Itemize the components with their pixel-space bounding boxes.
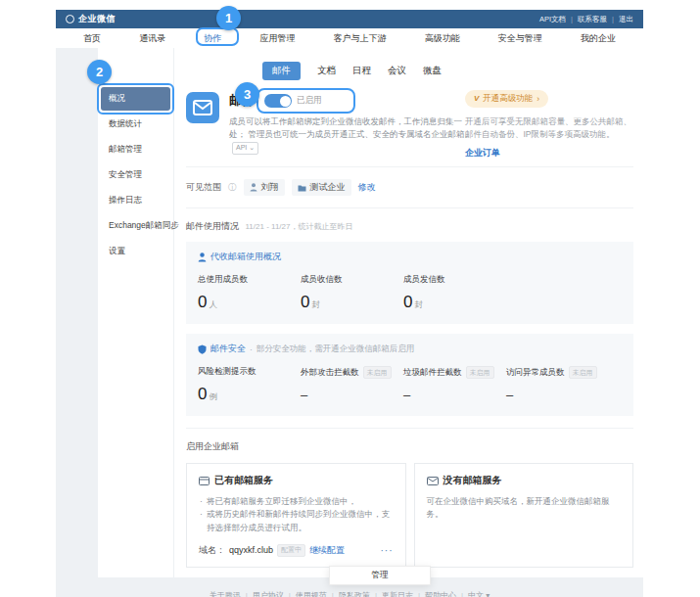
tab-mail[interactable]: 邮件 <box>262 62 301 80</box>
footer-link-help[interactable]: 帮助中心 <box>425 590 456 597</box>
continue-config-link[interactable]: 继续配置 <box>309 544 345 557</box>
upgrade-premium-button[interactable]: V 开通高级功能 › <box>465 90 548 108</box>
toggle-annotation-target: 已启用 <box>262 93 324 109</box>
shield-icon <box>198 344 207 354</box>
enable-mailbox-title: 启用企业邮箱 <box>186 440 633 453</box>
language-switcher[interactable]: 中文 ▾ <box>468 590 490 597</box>
premium-description: 开通后可享受无限邮箱容量、更多公共邮箱、邮件自动备份、IP限制等多项高级功能。 <box>465 115 635 141</box>
mail-enabled-toggle[interactable] <box>264 94 292 108</box>
stat-value: 0 <box>198 293 207 311</box>
tab-meeting[interactable]: 会议 <box>388 62 406 80</box>
stat-value: 0 <box>301 293 309 311</box>
new-mailbox-icon <box>427 477 439 485</box>
no-mailbox-service-card: 没有邮箱服务 可在企业微信中购买域名，新开通企业微信邮箱服务。 <box>414 463 634 568</box>
annotation-step-3-badge: 3 <box>235 82 259 107</box>
tab-calendar[interactable]: 日程 <box>352 62 371 80</box>
stat-label: 成员发信数 <box>403 274 445 286</box>
domain-label: 域名： <box>199 544 225 557</box>
stat-value: – <box>506 388 609 402</box>
mailbox-service-cards: 已有邮箱服务 将已有邮箱服务立即迁移到企业微信中， 或将历史邮件和新邮件持续同步… <box>186 463 633 568</box>
caret-down-icon: ▾ <box>486 591 490 597</box>
stat-spam-blocked: 垃圾邮件拦截数未启用 – <box>403 366 506 404</box>
mail-info: 邮件 已启用 成员可以将工作邮箱绑定到企业微信收发邮件，工作消息归集一处； 管理… <box>229 92 476 155</box>
mail-description: 成员可以将工作邮箱绑定到企业微信收发邮件，工作消息归集一处； 管理员也可统一为成… <box>229 115 476 155</box>
nav-item-contacts[interactable]: 通讯录 <box>139 32 165 45</box>
stat-total-members: 总使用成员数 0人 <box>198 274 301 312</box>
sidebar: 概况 数据统计 邮箱管理 安全管理 操作日志 Exchange邮箱同步 设置 <box>98 48 174 577</box>
premium-promo: V 开通高级功能 › 开通后可享受无限邮箱容量、更多公共邮箱、邮件自动备份、IP… <box>465 87 635 160</box>
annotation-step-2-badge: 2 <box>87 60 112 84</box>
footer-link-about[interactable]: 关于腾讯 <box>210 590 241 597</box>
info-icon[interactable]: ⓘ <box>228 182 237 194</box>
separator: | <box>612 15 614 23</box>
tab-drive[interactable]: 微盘 <box>423 62 442 80</box>
footer-link-privacy[interactable]: 隐私政策 <box>339 590 370 597</box>
sidebar-item-operation-log[interactable]: 操作日志 <box>101 189 170 212</box>
vip-icon: V <box>474 94 479 103</box>
sidebar-item-security-mgmt[interactable]: 安全管理 <box>101 163 170 187</box>
configuring-badge: 配置中 <box>277 544 305 557</box>
stat-label: 总使用成员数 <box>198 274 248 286</box>
stat-mails-received: 成员收信数 0封 <box>301 274 403 312</box>
person-icon <box>250 183 257 192</box>
has-service-bullet: 将已有邮箱服务立即迁移到企业微信中， <box>199 495 394 508</box>
inbox-usage-panel: 代收邮箱使用概况 总使用成员数 0人 成员收信数 0封 成员发信数 <box>186 242 633 324</box>
sidebar-item-mailbox-mgmt[interactable]: 邮箱管理 <box>101 138 170 161</box>
archive-folder-icon <box>199 477 210 485</box>
sidebar-item-overview[interactable]: 概况 <box>101 87 170 111</box>
mail-app-icon <box>186 92 219 123</box>
stat-unit: 封 <box>311 299 320 309</box>
contact-support-link[interactable]: 联系客服 <box>578 15 607 24</box>
footer-link-rules[interactable]: 使用规范 <box>296 590 327 597</box>
content-area: 概况 数据统计 邮箱管理 安全管理 操作日志 Exchange邮箱同步 设置 邮… <box>56 48 643 597</box>
nav-item-apps[interactable]: 应用管理 <box>259 32 295 45</box>
brand-logo: 企业微信 <box>66 13 116 25</box>
sidebar-item-statistics[interactable]: 数据统计 <box>101 113 170 136</box>
security-panel-title: 邮件安全 <box>210 343 246 355</box>
mail-security-panel: 邮件安全 · 部分安全功能，需开通企业微信邮箱后启用 风险检测提示数 0例 外部… <box>186 334 633 416</box>
not-enabled-badge: 未启用 <box>466 366 494 379</box>
has-mailbox-service-card: 已有邮箱服务 将已有邮箱服务立即迁移到企业微信中， 或将历史邮件和新邮件持续同步… <box>186 463 406 568</box>
sidebar-item-settings[interactable]: 设置 <box>101 240 170 263</box>
nav-item-collaboration[interactable]: 协作 <box>204 32 221 45</box>
footer-link-changelog[interactable]: 更新日志 <box>382 590 413 597</box>
scope-department-name: 测试企业 <box>310 181 346 194</box>
more-options-button[interactable]: ··· <box>381 545 394 556</box>
nav-item-my-company[interactable]: 我的企业 <box>581 32 616 45</box>
api-tag[interactable]: API ⌄ <box>232 142 258 155</box>
language-label: 中文 <box>468 591 484 597</box>
api-tag-label: API <box>236 144 247 151</box>
caret-down-icon: ⌄ <box>249 144 255 151</box>
scope-member-name: 刘翔 <box>261 181 279 194</box>
tab-docs[interactable]: 文档 <box>317 62 336 80</box>
nav-item-home[interactable]: 首页 <box>83 32 101 45</box>
usage-title: 邮件使用情况 <box>186 221 239 231</box>
folder-icon <box>298 184 306 192</box>
chevron-right-icon: › <box>537 94 539 104</box>
divider <box>186 207 633 208</box>
stat-value: – <box>403 388 506 402</box>
stat-external-attacks: 外部攻击拦截数未启用 – <box>301 366 403 404</box>
topbar-links: API文档 | 联系客服 | 退出 <box>539 15 633 24</box>
logout-link[interactable]: 退出 <box>619 15 633 24</box>
manage-menu-item[interactable]: 管理 <box>329 566 431 585</box>
content-wrapper: 概况 数据统计 邮箱管理 安全管理 操作日志 Exchange邮箱同步 设置 邮… <box>98 48 643 577</box>
stat-unit: 封 <box>414 299 423 309</box>
stat-value: 0 <box>198 385 207 403</box>
scope-edit-link[interactable]: 修改 <box>358 181 376 194</box>
api-docs-link[interactable]: API文档 <box>539 15 566 24</box>
stat-label: 垃圾邮件拦截数 <box>403 367 462 379</box>
enterprise-orders-link[interactable]: 企业订单 <box>465 147 635 160</box>
top-app-bar: 企业微信 API文档 | 联系客服 | 退出 <box>56 10 643 28</box>
nav-item-customers[interactable]: 客户与上下游 <box>334 32 387 45</box>
nav-item-advanced[interactable]: 高级功能 <box>425 32 460 45</box>
has-service-bullet: 或将历史邮件和新邮件持续同步到企业微信中，支持选择部分成员进行试用。 <box>199 508 394 533</box>
sidebar-item-exchange-sync[interactable]: Exchange邮箱同步 <box>101 214 170 238</box>
nav-item-security-mgmt[interactable]: 安全与管理 <box>498 32 542 45</box>
app-tabs: 邮件 文档 日程 会议 微盘 <box>262 62 633 80</box>
toggle-status-label: 已启用 <box>297 95 322 107</box>
divider <box>186 166 633 167</box>
stat-risk-alerts: 风险检测提示数 0例 <box>198 366 301 404</box>
inbox-panel-title: 代收邮箱使用概况 <box>210 251 281 263</box>
footer-link-agreement[interactable]: 用户协议 <box>253 590 284 597</box>
